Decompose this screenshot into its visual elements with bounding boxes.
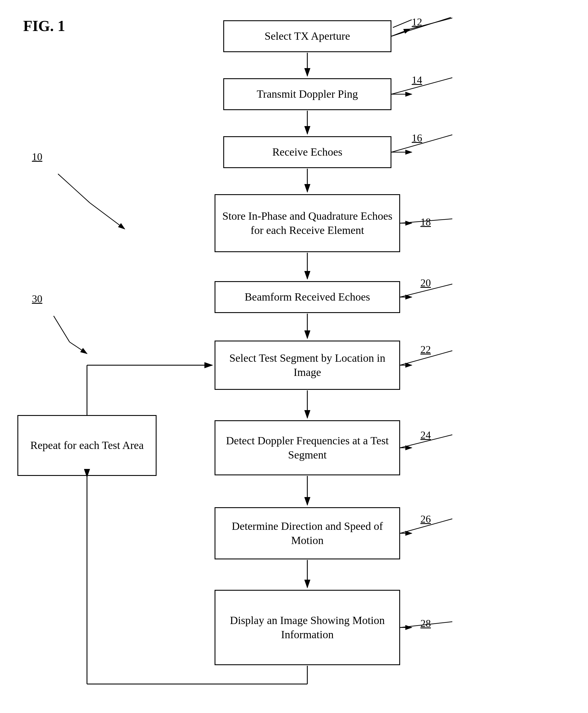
box-store-inphase: Store In-Phase and Quadrature Echoes for… — [214, 194, 400, 252]
figure-label: FIG. 1 — [23, 17, 65, 35]
box-select-tx-aperture: Select TX Aperture — [223, 20, 392, 52]
ref-24: 24 — [420, 429, 431, 441]
ref-12: 12 — [412, 16, 422, 28]
box-receive-echoes: Receive Echoes — [223, 136, 392, 168]
ref-22: 22 — [420, 343, 431, 355]
ref-26: 26 — [420, 513, 431, 525]
box-beamform: Beamform Received Echoes — [214, 281, 400, 313]
svg-line-38 — [58, 174, 90, 203]
ref-10: 10 — [32, 151, 42, 163]
box-repeat: Repeat for each Test Area — [17, 415, 156, 476]
svg-line-12 — [392, 29, 410, 36]
ref-28: 28 — [420, 617, 431, 629]
ref-16: 16 — [412, 132, 422, 144]
box-select-test-segment: Select Test Segment by Location in Image — [214, 341, 400, 390]
box-detect-doppler: Detect Doppler Frequencies at a Test Seg… — [214, 420, 400, 475]
svg-line-39 — [90, 203, 125, 229]
svg-line-36 — [54, 316, 69, 342]
box-transmit-doppler-ping: Transmit Doppler Ping — [223, 78, 392, 110]
box-display-image: Display an Image Showing Motion Informat… — [214, 590, 400, 665]
box-determine-direction: Determine Direction and Speed of Motion — [214, 507, 400, 559]
ref-30: 30 — [32, 293, 42, 305]
ref-20: 20 — [420, 277, 431, 289]
svg-line-37 — [69, 342, 87, 353]
ref-18: 18 — [420, 216, 431, 228]
svg-line-10 — [393, 20, 412, 27]
ref-14: 14 — [412, 74, 422, 86]
